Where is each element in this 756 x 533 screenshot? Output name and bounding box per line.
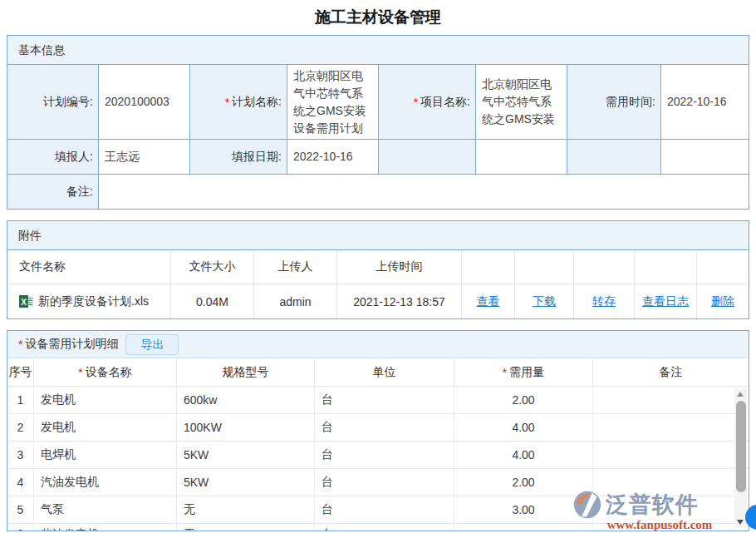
col-header-qty: * 需用量 (454, 358, 593, 387)
field-label-text: 填报日期: (232, 150, 282, 165)
table-row: 2 发电机 100KW 台 4.00 (7, 414, 749, 442)
att-header-file-size: 文件大小 (171, 250, 254, 284)
cell-spec: 5KW (177, 469, 315, 496)
cell-qty (454, 524, 593, 531)
att-file-name: 新的季度设备计划.xls (38, 294, 149, 309)
field-value-filler: 王志远 (99, 140, 190, 175)
scrollbar-up-arrow-icon[interactable] (737, 392, 744, 397)
cell-qty: 2.00 (454, 387, 593, 414)
detail-table-body: 1 发电机 600kw 台 2.00 2 发电机 100KW 台 4.00 3 … (7, 387, 749, 531)
cell-remark (593, 524, 749, 531)
field-label-need-time: 需用时间: (567, 65, 661, 140)
scrollbar-down-arrow-icon[interactable] (737, 520, 744, 525)
field-label-plan-no: 计划编号: (7, 65, 99, 140)
cell-name: 发电机 (34, 414, 177, 442)
field-value-empty-1 (476, 140, 567, 175)
field-label-text: 备注: (66, 185, 93, 200)
field-value-empty-2 (661, 140, 749, 175)
field-label-text: 需用时间: (606, 95, 655, 110)
field-value-project-name: 北京朝阳区电气中芯特气系统之GMS安装 (476, 65, 567, 140)
cell-unit: 台 (315, 524, 454, 531)
col-header-remark: 备注 (593, 358, 749, 387)
att-header-empty (635, 250, 697, 284)
field-label-text: 项目名称: (420, 95, 470, 110)
table-row: 3 电焊机 5KW 台 4.00 (7, 442, 749, 469)
excel-file-icon: X (19, 294, 33, 308)
required-asterisk: * (78, 366, 82, 379)
basic-info-section-title: 基本信息 (7, 36, 749, 65)
detail-section-title: 设备需用计划明细 (25, 337, 118, 352)
field-value-need-time: 2022-10-16 (661, 65, 749, 140)
cell-seq: 5 (7, 496, 34, 524)
att-header-empty (697, 250, 749, 284)
field-label-remark: 备注: (7, 175, 99, 209)
cell-qty: 3.00 (454, 496, 593, 524)
delete-link[interactable]: 删除 (711, 294, 734, 309)
field-label-empty-2 (567, 140, 661, 175)
detail-section-header: * 设备需用计划明细 导出 (7, 331, 749, 358)
export-button[interactable]: 导出 (125, 334, 179, 355)
field-value-remark (99, 175, 749, 209)
field-label-filler: 填报人: (7, 140, 99, 175)
cell-seq: 6 (7, 524, 34, 531)
col-header-unit: 单位 (315, 358, 454, 387)
detail-table-header: 序号 * 设备名称 规格型号 单位 * 需用量 备注 (7, 358, 749, 387)
attachments-table: 文件名称 文件大小 上传人 上传时间 X 新的季度设备计划.xls 0. (7, 250, 749, 318)
cell-remark (593, 469, 749, 496)
table-row-partial: 6 柴油发电机 无 台 (7, 524, 749, 531)
cell-qty: 2.00 (454, 469, 593, 496)
field-value-plan-name: 北京朝阳区电气中芯特气系统之GMS安装设备需用计划 (287, 65, 379, 140)
cell-spec: 无 (177, 496, 315, 524)
cell-spec: 无 (177, 524, 315, 531)
cell-name: 发电机 (34, 387, 177, 414)
col-header-equipment-name: * 设备名称 (34, 358, 177, 387)
scrollbar-thumb[interactable] (736, 401, 746, 492)
cell-seq: 4 (7, 469, 34, 496)
table-row: 5 气泵 无 台 3.00 (7, 496, 749, 524)
table-row: 4 汽油发电机 5KW 台 2.00 (7, 469, 749, 496)
required-asterisk: * (225, 96, 229, 109)
cell-seq: 3 (7, 442, 34, 469)
cell-spec: 600kw (177, 387, 315, 414)
cell-name: 柴油发电机 (34, 524, 177, 531)
field-label-text: 计划名称: (232, 95, 282, 110)
basic-info-grid: 计划编号: 2020100003 * 计划名称: 北京朝阳区电气中芯特气系统之G… (7, 65, 749, 209)
cell-unit: 台 (315, 496, 454, 524)
vertical-scrollbar[interactable] (734, 388, 747, 528)
cell-qty: 4.00 (454, 442, 593, 469)
att-header-empty (574, 250, 635, 284)
att-header-file-name: 文件名称 (7, 250, 171, 284)
att-uploader: admin (254, 284, 337, 318)
field-label-project-name: * 项目名称: (379, 65, 476, 140)
field-label-empty-1 (379, 140, 476, 175)
col-header-spec: 规格型号 (177, 358, 315, 387)
att-header-upload-time: 上传时间 (337, 250, 462, 284)
cell-unit: 台 (315, 442, 454, 469)
col-header-text: 设备名称 (86, 365, 132, 380)
attachments-panel: 附件 文件名称 文件大小 上传人 上传时间 X 新的季度设备计划. (7, 220, 749, 319)
svg-text:X: X (21, 298, 27, 307)
att-file-size: 0.04M (171, 284, 254, 318)
cell-remark (593, 414, 749, 442)
cell-qty: 4.00 (454, 414, 593, 442)
view-link[interactable]: 查看 (477, 294, 500, 309)
page-title: 施工主材设备管理 (0, 0, 756, 35)
att-header-empty (515, 250, 574, 284)
col-header-seq: 序号 (7, 358, 34, 387)
cell-unit: 台 (315, 414, 454, 442)
att-header-empty (462, 250, 515, 284)
cell-unit: 台 (315, 387, 454, 414)
save-as-link[interactable]: 转存 (592, 294, 616, 309)
field-value-plan-no: 2020100003 (99, 65, 190, 140)
cell-name: 电焊机 (34, 442, 177, 469)
view-log-link[interactable]: 查看日志 (642, 294, 689, 309)
cell-seq: 1 (7, 387, 34, 414)
att-upload-time: 2021-12-13 18:57 (337, 284, 462, 318)
cell-name: 气泵 (34, 496, 177, 524)
cell-seq: 2 (7, 414, 34, 442)
cell-spec: 100KW (177, 414, 315, 442)
download-link[interactable]: 下载 (533, 294, 556, 309)
required-asterisk: * (503, 366, 507, 379)
field-label-plan-name: * 计划名称: (190, 65, 287, 140)
table-row: 1 发电机 600kw 台 2.00 (7, 387, 749, 414)
